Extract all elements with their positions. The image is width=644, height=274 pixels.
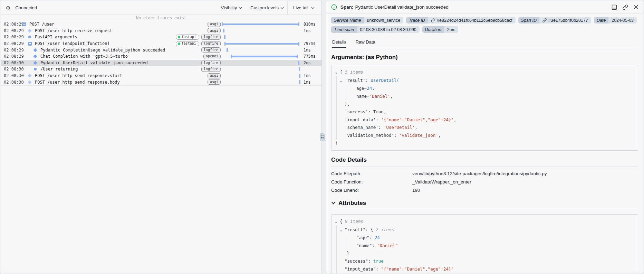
collapse-chevron-icon[interactable]: ⌄	[335, 218, 340, 226]
trace-row-label: Pydantic CompletionUsage validate_python…	[40, 48, 165, 53]
code-line: "name": "Daniel"	[335, 242, 634, 250]
trace-row[interactable]: 02:08:29POST /userasgi810ms	[1, 21, 321, 28]
meta-badge-label: Duration	[422, 26, 444, 33]
collapse-chevron-icon[interactable]: ⌄	[335, 69, 340, 77]
green-dot-icon	[178, 42, 180, 45]
trace-row-time: 02:08:29	[1, 28, 22, 33]
trace-row[interactable]: 02:08:29POST /user (endpoint_function)fa…	[1, 40, 321, 47]
trace-row-label: POST /user (endpoint_function)	[35, 41, 110, 46]
scope-badge: logfire	[201, 35, 221, 40]
span-meta-badges: Service Nameunknown_serviceTrace ID#e822…	[331, 17, 638, 33]
code-line: "success": true	[335, 257, 634, 265]
trace-row[interactable]: 02:08:30POST /user http send response.st…	[1, 73, 321, 79]
trace-row-badges: asgi	[208, 22, 221, 27]
trace-duration-bar	[221, 28, 301, 34]
code-detail-value: _ValidateWrapper._on_enter	[412, 179, 471, 185]
attributes-section-toggle[interactable]: Attributes	[331, 200, 638, 207]
chevron-down-icon	[280, 7, 284, 9]
trace-row-time: 02:08:29	[1, 54, 22, 59]
trace-row[interactable]: 02:08:30POST /user http send response.bo…	[1, 79, 321, 85]
chevron-down-icon	[311, 7, 315, 9]
scope-badge: logfire	[201, 67, 221, 72]
trace-row[interactable]: 02:08:29Pydantic CompletionUsage validat…	[1, 47, 321, 53]
trace-row-duration: 797ms	[301, 41, 321, 46]
trace-row-label: Chat Completion with 'gpt-3.5-turbo'	[40, 54, 130, 59]
tab-raw-data[interactable]: Raw Data	[355, 38, 376, 48]
span-diamond-icon	[33, 55, 37, 58]
scope-badge: asgi	[208, 28, 221, 33]
collapse-chevron-icon[interactable]: ⌄	[340, 226, 345, 234]
code-line: 'schema_name': 'UserDetail',	[335, 124, 634, 132]
span-detail-panel: Span: Pydantic UserDetail validate_json …	[326, 1, 643, 273]
duration-tick	[224, 35, 225, 39]
meta-badge-label: Trace ID	[406, 17, 428, 23]
trace-row[interactable]: 02:08:30Pydantic UserDetail validate_jso…	[1, 60, 321, 66]
live-tail-dropdown[interactable]: Live tail	[287, 1, 321, 15]
chevron-down-icon	[331, 201, 336, 205]
meta-badge-value: 02:08:30.088 to 02:08:30.090	[357, 26, 419, 33]
link-icon[interactable]	[542, 18, 547, 22]
code-line: ⌄'result': UserDetail(	[335, 77, 634, 85]
trace-row-time: 02:08:29	[1, 22, 22, 27]
trace-row-duration: 1ms	[301, 80, 321, 85]
code-line: age=24,	[335, 85, 634, 93]
code-detail-value: 190	[412, 188, 420, 193]
span-title: Pydantic UserDetail validate_json succee…	[355, 4, 449, 10]
tab-details[interactable]: Details	[332, 38, 346, 48]
trace-row[interactable]: 02:08:29Chat Completion with 'gpt-3.5-tu…	[1, 53, 321, 60]
meta-badge: Duration2ms	[422, 26, 459, 33]
panel-splitter-handle[interactable]	[320, 133, 325, 141]
trace-row-badges: fastapilogfire	[176, 35, 221, 40]
scope-badge: logfire	[201, 60, 221, 65]
duration-line	[231, 56, 298, 57]
code-line: ⌄"result": { 2 items	[335, 226, 634, 234]
trace-row-badges: logfire	[201, 67, 221, 72]
gear-icon[interactable]: ⚙	[6, 5, 10, 11]
trace-row[interactable]: 02:08:29FastAPI argumentsfastapilogfire	[1, 34, 321, 40]
chevron-down-icon	[239, 7, 242, 9]
trace-duration-bar	[221, 60, 301, 66]
trace-row-time: 02:08:30	[1, 73, 22, 78]
visibility-dropdown[interactable]: Visibility	[221, 5, 242, 10]
arguments-heading: Arguments: (as Python)	[331, 54, 638, 61]
logfire-app: ⚙ Connected Visibility Custom levels Liv…	[0, 0, 644, 274]
meta-badge: Time span02:08:30.088 to 02:08:30.090	[331, 26, 420, 33]
trace-row-badges: asgi	[208, 28, 221, 33]
info-icon	[331, 4, 337, 10]
trace-row-duration: 775ms	[301, 54, 321, 59]
code-line: 'input_data': '{"name":"Daniel","age":24…	[335, 116, 634, 124]
trace-row[interactable]: 02:08:30/User returninglogfire	[1, 66, 321, 73]
collapse-toggle-icon[interactable]	[22, 22, 26, 26]
code-detail-row: Code Lineno:190	[331, 188, 638, 193]
custom-levels-dropdown[interactable]: Custom levels	[250, 5, 284, 10]
trace-duration-bar	[221, 66, 301, 73]
code-line: 'success': True,	[335, 108, 634, 116]
trace-row-badges: asgi	[208, 79, 221, 85]
code-details-heading: Code Details	[331, 157, 638, 163]
span-diamond-icon	[33, 48, 37, 52]
trace-row-time: 02:08:30	[1, 60, 22, 65]
link-icon[interactable]	[623, 4, 628, 10]
trace-duration-bar	[221, 79, 301, 85]
duration-tick	[299, 80, 300, 84]
scope-badge: fastapi	[176, 41, 199, 46]
trace-row-label: FastAPI arguments	[35, 35, 77, 39]
collapse-toggle-icon[interactable]	[28, 42, 32, 46]
code-detail-label: Code Lineno:	[331, 188, 412, 193]
scope-badge: fastapi	[176, 35, 199, 40]
trace-row[interactable]: 02:08:29POST /user http receive requesta…	[1, 28, 321, 34]
dock-panel-icon[interactable]	[612, 4, 617, 10]
link-icon[interactable]	[431, 18, 435, 22]
trace-row-duration: 810ms	[301, 22, 321, 27]
code-line: ⌄{ 9 items	[335, 218, 634, 226]
close-icon[interactable]	[634, 5, 638, 9]
code-line: name='Daniel',	[335, 93, 634, 101]
meta-badge: Span ID#3e175db4f0b20177	[518, 17, 591, 23]
meta-badge-value: unknown_service	[364, 17, 404, 23]
trace-list-header: ⚙ Connected Visibility Custom levels Liv…	[1, 1, 321, 15]
meta-badge-label: Time span	[331, 26, 357, 33]
duration-line	[225, 43, 299, 45]
scope-badge: logfire	[201, 41, 221, 46]
code-details-table: Code Filepath:venv/lib/python3.12/site-p…	[331, 171, 638, 193]
collapse-chevron-icon[interactable]: ⌄	[340, 77, 345, 85]
